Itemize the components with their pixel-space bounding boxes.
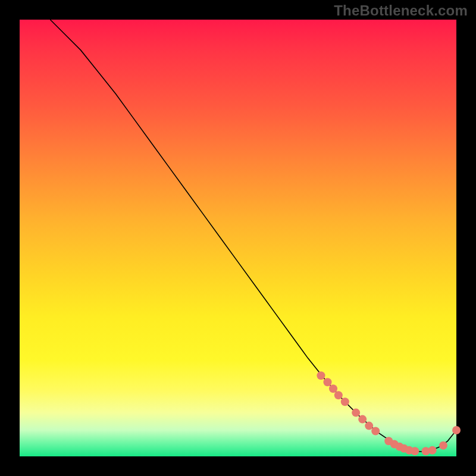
chart-frame: TheBottleneck.com bbox=[0, 0, 476, 476]
chart-svg bbox=[20, 20, 456, 456]
curve-marker bbox=[323, 378, 331, 386]
watermark-text: TheBottleneck.com bbox=[334, 2, 468, 19]
curve-marker bbox=[452, 426, 461, 434]
marker-group bbox=[317, 371, 461, 455]
curve-marker bbox=[439, 441, 447, 450]
curve-marker bbox=[365, 422, 373, 430]
curve-marker bbox=[329, 384, 337, 393]
curve-marker bbox=[411, 447, 419, 455]
curve-marker bbox=[371, 427, 380, 435]
curve-marker bbox=[341, 397, 349, 406]
curve-marker bbox=[334, 391, 343, 399]
chart-plot-area bbox=[20, 20, 456, 456]
bottleneck-curve bbox=[50, 20, 456, 452]
curve-marker bbox=[358, 415, 367, 424]
curve-marker bbox=[317, 371, 325, 380]
curve-marker bbox=[352, 409, 360, 417]
curve-marker bbox=[428, 446, 437, 455]
